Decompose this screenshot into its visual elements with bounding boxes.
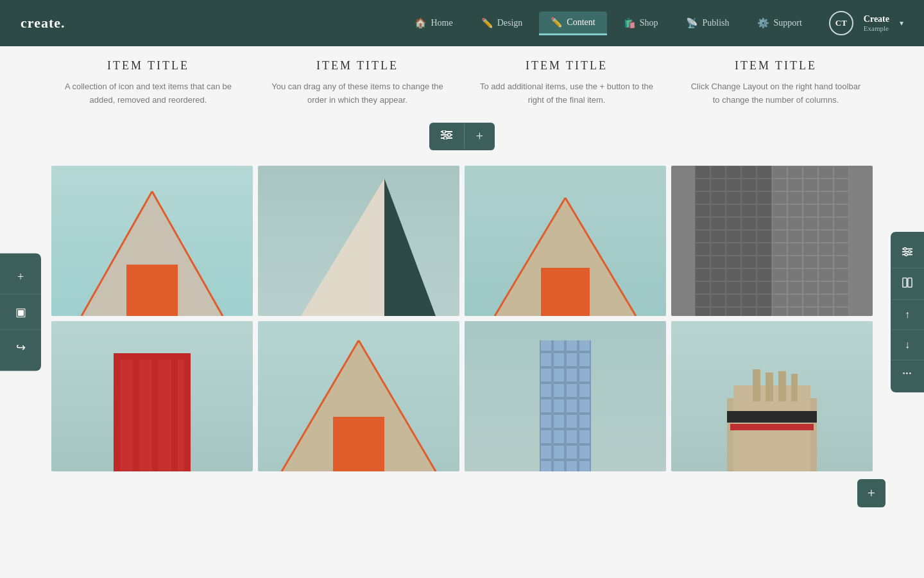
- image-cell-5[interactable]: [51, 321, 253, 471]
- logo-text: create.: [21, 15, 65, 31]
- item-desc-0: A collection of icon and text items that…: [62, 80, 235, 107]
- svg-point-4: [447, 134, 450, 137]
- left-media-button[interactable]: ▣: [0, 295, 41, 330]
- support-icon: ⚙️: [757, 17, 769, 29]
- toolbar-row: +: [51, 123, 873, 150]
- nav-links: 🏠 Home ✏️ Design ✏️ Content 🛍️ Shop 📡 Pu…: [403, 12, 813, 35]
- item-card-2: ITEM TITLE To add additional items, use …: [470, 59, 663, 107]
- main-content: ITEM TITLE A collection of icon and text…: [0, 46, 924, 578]
- image-cell-4[interactable]: [671, 166, 873, 316]
- right-settings-button[interactable]: [891, 238, 924, 268]
- nav-content[interactable]: ✏️ Content: [539, 12, 606, 35]
- item-title-0: ITEM TITLE: [62, 59, 235, 73]
- image-grid-row1: [51, 166, 873, 316]
- avatar[interactable]: CT: [829, 11, 853, 35]
- navbar: create. 🏠 Home ✏️ Design ✏️ Content 🛍️ S…: [0, 0, 924, 46]
- image-cell-6[interactable]: [258, 321, 459, 471]
- user-subtitle: Example: [864, 24, 889, 32]
- plus-icon: +: [476, 129, 483, 144]
- media-icon: ▣: [15, 305, 26, 319]
- item-title-1: ITEM TITLE: [271, 59, 444, 73]
- svg-rect-28: [333, 417, 384, 471]
- content-icon: ✏️: [551, 17, 563, 28]
- svg-rect-38: [766, 372, 773, 401]
- left-sidebar: + ▣ ↪: [0, 254, 41, 371]
- svg-point-3: [442, 130, 445, 134]
- item-card-0: ITEM TITLE A collection of icon and text…: [51, 59, 245, 107]
- svg-point-44: [903, 248, 906, 250]
- toolbar-settings-button[interactable]: [429, 124, 465, 148]
- right-layout-icon: [902, 277, 912, 290]
- image-cell-1[interactable]: [51, 166, 253, 316]
- nav-home[interactable]: 🏠 Home: [403, 12, 464, 34]
- nav-publish[interactable]: 📡 Publish: [674, 12, 740, 34]
- page-content: + ▣ ↪ ITEM TITLE A collection of icon an…: [0, 46, 924, 578]
- nav-design[interactable]: ✏️ Design: [470, 12, 535, 34]
- image-cell-2[interactable]: [258, 166, 459, 316]
- image-cell-7[interactable]: [465, 321, 666, 471]
- right-layout-button[interactable]: [891, 268, 924, 300]
- svg-rect-22: [139, 360, 152, 471]
- svg-rect-21: [120, 360, 133, 471]
- user-info: Create Example: [864, 14, 889, 32]
- svg-rect-9: [126, 265, 178, 316]
- right-sidebar: ↑ ↓ •••: [891, 232, 924, 392]
- left-export-button[interactable]: ↪: [0, 330, 41, 365]
- floating-add-button[interactable]: +: [857, 479, 886, 507]
- right-more-button[interactable]: •••: [891, 360, 924, 386]
- svg-rect-35: [727, 411, 817, 423]
- toolbar-group: +: [429, 123, 495, 150]
- export-icon: ↪: [16, 340, 26, 355]
- item-card-3: ITEM TITLE Click Change Layout on the ri…: [679, 59, 873, 107]
- shop-icon: 🛍️: [624, 17, 636, 29]
- svg-rect-24: [178, 360, 184, 471]
- svg-point-45: [909, 250, 911, 253]
- svg-rect-15: [541, 268, 590, 316]
- svg-rect-36: [730, 424, 814, 430]
- svg-rect-39: [778, 371, 786, 401]
- svg-rect-47: [903, 278, 907, 287]
- add-icon: +: [17, 270, 24, 284]
- right-sliders-icon: [902, 247, 912, 259]
- item-title-3: ITEM TITLE: [689, 59, 862, 73]
- home-icon: 🏠: [415, 17, 427, 29]
- svg-point-46: [905, 253, 907, 256]
- svg-marker-10: [301, 179, 384, 316]
- logo[interactable]: create.: [21, 15, 65, 31]
- right-move-down-button[interactable]: ↓: [891, 330, 924, 360]
- item-title-2: ITEM TITLE: [480, 59, 653, 73]
- item-desc-1: You can drag any of these items to chang…: [271, 80, 444, 107]
- image-cell-3[interactable]: [465, 166, 666, 316]
- svg-marker-11: [384, 179, 436, 316]
- left-add-button[interactable]: +: [0, 260, 41, 295]
- publish-icon: 📡: [686, 17, 698, 29]
- image-grid-row2: [51, 321, 873, 471]
- svg-point-5: [443, 137, 447, 140]
- svg-rect-23: [158, 360, 171, 471]
- arrow-up-icon: ↑: [905, 309, 910, 320]
- item-desc-2: To add additional items, use the + butto…: [480, 80, 653, 107]
- nav-support[interactable]: ⚙️ Support: [746, 12, 813, 34]
- image-cell-8[interactable]: [671, 321, 873, 471]
- svg-rect-40: [791, 374, 798, 401]
- arrow-down-icon: ↓: [905, 339, 910, 351]
- nav-shop[interactable]: 🛍️ Shop: [612, 12, 670, 34]
- more-dots-icon: •••: [903, 369, 912, 377]
- settings-sliders-icon: [441, 130, 452, 142]
- user-name: Create: [864, 14, 889, 24]
- user-chevron-icon[interactable]: ▾: [900, 19, 903, 28]
- floating-plus-icon: +: [868, 485, 875, 502]
- svg-rect-19: [695, 166, 772, 316]
- right-move-up-button[interactable]: ↑: [891, 300, 924, 330]
- toolbar-add-button[interactable]: +: [465, 123, 495, 150]
- items-row: ITEM TITLE A collection of icon and text…: [51, 59, 873, 107]
- svg-rect-48: [908, 278, 912, 287]
- design-icon: ✏️: [481, 17, 493, 29]
- svg-rect-37: [753, 369, 760, 401]
- item-card-1: ITEM TITLE You can drag any of these ite…: [261, 59, 454, 107]
- item-desc-3: Click Change Layout on the right hand to…: [689, 80, 862, 107]
- svg-rect-32: [540, 340, 591, 471]
- nav-right: CT Create Example ▾: [829, 11, 903, 35]
